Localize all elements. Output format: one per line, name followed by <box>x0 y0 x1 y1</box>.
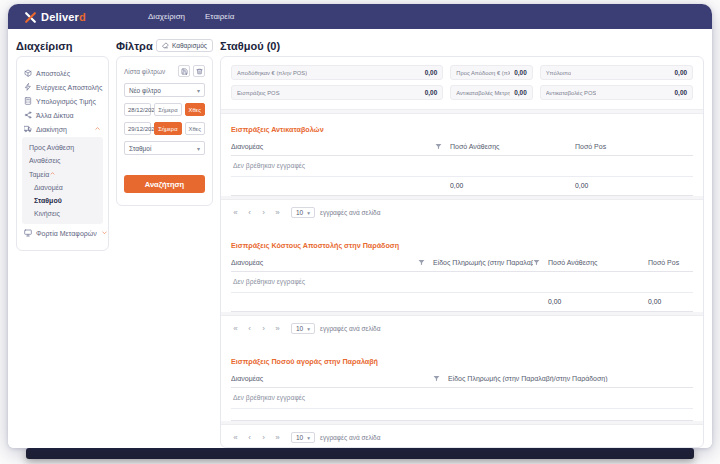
filter-funnel-icon[interactable] <box>435 143 442 150</box>
total-assign-amount: 0,00 <box>450 182 575 189</box>
first-page-button[interactable]: « <box>231 434 240 442</box>
delete-filter-button[interactable] <box>193 65 205 77</box>
date-to-input[interactable]: 29/12/2025 <box>124 122 151 135</box>
filter-funnel-icon[interactable] <box>433 375 440 382</box>
prev-page-button[interactable]: ‹ <box>245 325 254 333</box>
sidebar-item-station-register[interactable]: Σταθμού <box>27 194 98 207</box>
sidebar: Διαχείριση Αποστολές Ενέργειες Αποστολής… <box>16 35 109 448</box>
sidebar-item-cash-registers[interactable]: Ταμεία <box>27 167 98 181</box>
filter-list-label: Λίστα φίλτρων <box>124 68 165 75</box>
totals-row <box>231 409 693 421</box>
column-header-assign-amount: Ποσό Ανάθεσης <box>450 143 575 150</box>
empty-row: Δεν βρέθηκαν εγγραφές <box>231 272 693 293</box>
main-content: Σταθμού (0) Αποδόθηκαν € (πλην POS)0,00 … <box>220 35 704 448</box>
summary-box-cod-pos: Αντικαταβολές POS0,00 <box>540 85 693 100</box>
sidebar-item-distribution[interactable]: Διακίνηση <box>22 122 103 136</box>
pagination: « ‹ › » 10▾ εγγραφές ανά σελίδα <box>231 316 693 346</box>
page-size-label: εγγραφές ανά σελίδα <box>320 325 380 332</box>
chevron-down-icon: ▾ <box>197 145 200 152</box>
package-icon <box>24 69 32 77</box>
section-title: Εισπράξεις Ποσού αγοράς στην Παραλαβή <box>231 357 693 366</box>
last-page-button[interactable]: » <box>273 209 282 217</box>
sidebar-item-assignments[interactable]: Αναθέσεις <box>27 154 98 167</box>
next-page-button[interactable]: › <box>259 325 268 333</box>
main-card: Αποδόθηκαν € (πλην POS)0,00 Προς Απόδοση… <box>220 56 704 448</box>
search-button[interactable]: Αναζήτηση <box>124 175 205 193</box>
column-header-deliverer: Διανομέας <box>231 259 433 266</box>
table-header: Διανομέας Είδος Πληρωμής (στην Παραλαβή/… <box>231 259 693 272</box>
last-page-button[interactable]: » <box>273 434 282 442</box>
column-header-pos-amount: Ποσό Pos <box>575 143 693 150</box>
section-title: Εισπράξεις Κόστους Αποστολής στην Παράδο… <box>231 241 693 250</box>
section-title: Εισπράξεις Αντικαταβολών <box>231 125 693 134</box>
sidebar-item-transport-loads[interactable]: Φορτία Μεταφορών <box>22 226 103 240</box>
sidebar-title: Διαχείριση <box>16 40 72 52</box>
lightning-icon <box>24 83 32 91</box>
monitor-icon <box>24 229 32 237</box>
sidebar-item-movements[interactable]: Κινήσεις <box>27 207 98 220</box>
calculator-icon <box>24 97 32 105</box>
next-page-button[interactable]: › <box>259 434 268 442</box>
date-to-today-button[interactable]: Σήμερα <box>154 122 181 135</box>
background-window-edge <box>26 448 694 459</box>
sidebar-item-deliverer-register[interactable]: Διανομέα <box>27 181 98 194</box>
first-page-button[interactable]: « <box>231 325 240 333</box>
top-menu: Διαχείριση Εταιρεία <box>148 12 234 21</box>
summary-box-to-return: Προς Απόδοση € (πλην POS)0,00 <box>450 65 533 80</box>
next-page-button[interactable]: › <box>259 209 268 217</box>
section-shipping-cost-collections: Εισπράξεις Κόστους Αποστολής στην Παράδο… <box>231 241 693 346</box>
pagination: « ‹ › » 10▾ εγγραφές ανά σελίδα <box>231 425 693 448</box>
summary-grid: Αποδόθηκαν € (πλην POS)0,00 Προς Απόδοση… <box>231 65 693 100</box>
date-from-today-button[interactable]: Σήμερα <box>154 103 181 116</box>
chevron-up-icon <box>94 125 101 133</box>
sidebar-item-to-assign[interactable]: Προς Ανάθεση <box>27 141 98 154</box>
brand-logo-icon <box>24 10 37 23</box>
save-filter-button[interactable] <box>178 65 190 77</box>
total-pos-amount: 0,00 <box>648 298 693 305</box>
date-from-input[interactable]: 28/12/2025 <box>124 103 151 116</box>
sidebar-item-shipments[interactable]: Αποστολές <box>22 66 103 80</box>
date-to-yesterday-button[interactable]: Χθες <box>185 122 205 135</box>
filters-panel: Φίλτρα Καθαρισμός Λίστα φίλτρων <box>116 35 213 448</box>
filter-funnel-icon[interactable] <box>533 259 540 266</box>
page-size-select[interactable]: 10▾ <box>291 432 315 443</box>
page-size-select[interactable]: 10▾ <box>291 207 315 218</box>
summary-box-cod-cash: Αντικαταβολές Μετρητά0,00 <box>450 85 533 100</box>
clear-filters-button[interactable]: Καθαρισμός <box>156 39 213 52</box>
chevron-down-icon: ▾ <box>307 435 310 441</box>
sidebar-item-price-calculation[interactable]: Υπολογισμός Τιμής <box>22 94 103 108</box>
prev-page-button[interactable]: ‹ <box>245 209 254 217</box>
screenshot-stage: Deliverd Διαχείριση Εταιρεία Διαχείριση … <box>0 0 720 464</box>
sidebar-item-shipment-actions[interactable]: Ενέργειες Αποστολής <box>22 80 103 94</box>
section-purchase-amount-collections: Εισπράξεις Ποσού αγοράς στην Παραλαβή Δι… <box>231 357 693 448</box>
last-page-button[interactable]: » <box>273 325 282 333</box>
filter-preset-select[interactable]: Νέο φίλτρο ▾ <box>124 83 205 97</box>
stations-select[interactable]: Σταθμοί ▾ <box>124 141 205 155</box>
empty-row: Δεν βρέθηκαν εγγραφές <box>231 388 693 409</box>
page-size-label: εγγραφές ανά σελίδα <box>320 209 380 216</box>
column-header-assign-amount: Ποσό Ανάθεσης <box>548 259 648 266</box>
prev-page-button[interactable]: ‹ <box>245 434 254 442</box>
summary-box-balance: Υπόλοιπο0,00 <box>540 65 693 80</box>
share-icon <box>24 111 32 119</box>
menu-item-management[interactable]: Διαχείριση <box>148 12 185 21</box>
brand-logo[interactable]: Deliverd <box>24 10 86 23</box>
page-size-select[interactable]: 10▾ <box>291 323 315 334</box>
sidebar-item-other-networks[interactable]: Άλλα Δίκτυα <box>22 108 103 122</box>
column-header-payment-type: Είδος Πληρωμής (στην Παραλαβή/στην Παράδ… <box>448 375 693 382</box>
chevron-down-icon <box>101 229 108 237</box>
filter-funnel-icon[interactable] <box>418 259 425 266</box>
table-header: Διανομέας Είδος Πληρωμής (στην Παραλαβή/… <box>231 375 693 388</box>
first-page-button[interactable]: « <box>231 209 240 217</box>
truck-icon <box>24 125 32 133</box>
chevron-down-icon: ▾ <box>307 326 310 332</box>
column-header-deliverer: Διανομέας <box>231 375 448 382</box>
menu-item-company[interactable]: Εταιρεία <box>205 12 234 21</box>
date-from-yesterday-button[interactable]: Χθες <box>185 103 205 116</box>
total-assign-amount: 0,00 <box>548 298 648 305</box>
app-window: Deliverd Διαχείριση Εταιρεία Διαχείριση … <box>8 4 712 448</box>
top-navbar: Deliverd Διαχείριση Εταιρεία <box>8 4 712 29</box>
totals-row: 0,00 0,00 <box>231 293 693 312</box>
summary-box-returned: Αποδόθηκαν € (πλην POS)0,00 <box>231 65 443 80</box>
distribution-submenu: Προς Ανάθεση Αναθέσεις Ταμεία Διανομέα Σ… <box>22 137 103 224</box>
